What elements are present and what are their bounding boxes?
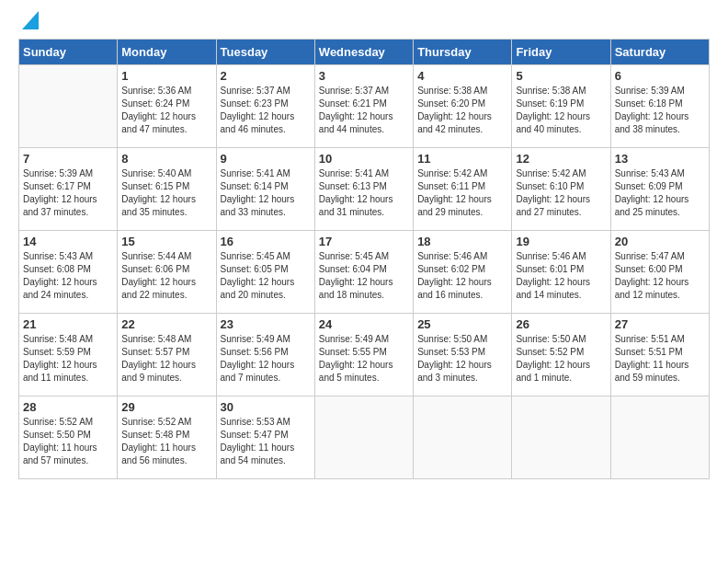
day-of-week-header: Monday xyxy=(118,40,216,65)
day-number: 10 xyxy=(319,152,409,166)
cell-info: Sunrise: 5:45 AM Sunset: 6:04 PM Dayligh… xyxy=(319,250,409,302)
day-number: 16 xyxy=(221,235,311,248)
calendar-cell: 18Sunrise: 5:46 AM Sunset: 6:02 PM Dayli… xyxy=(414,231,512,314)
calendar-cell: 5Sunrise: 5:38 AM Sunset: 6:19 PM Daylig… xyxy=(512,65,610,148)
cell-info: Sunrise: 5:46 AM Sunset: 6:01 PM Dayligh… xyxy=(516,250,606,302)
day-number: 18 xyxy=(417,235,507,248)
day-number: 4 xyxy=(417,69,507,83)
cell-info: Sunrise: 5:49 AM Sunset: 5:56 PM Dayligh… xyxy=(221,333,311,385)
calendar-cell: 15Sunrise: 5:44 AM Sunset: 6:06 PM Dayli… xyxy=(118,231,216,314)
calendar-cell: 9Sunrise: 5:41 AM Sunset: 6:14 PM Daylig… xyxy=(216,148,314,231)
cell-info: Sunrise: 5:39 AM Sunset: 6:18 PM Dayligh… xyxy=(615,85,705,136)
day-number: 2 xyxy=(221,69,311,83)
cell-info: Sunrise: 5:38 AM Sunset: 6:19 PM Dayligh… xyxy=(516,85,606,136)
calendar-cell: 17Sunrise: 5:45 AM Sunset: 6:04 PM Dayli… xyxy=(314,231,413,314)
day-of-week-header: Thursday xyxy=(414,40,512,65)
day-number: 25 xyxy=(417,317,507,331)
calendar-cell: 3Sunrise: 5:37 AM Sunset: 6:21 PM Daylig… xyxy=(314,65,413,148)
cell-info: Sunrise: 5:40 AM Sunset: 6:15 PM Dayligh… xyxy=(121,167,211,219)
day-number: 1 xyxy=(121,69,211,83)
day-number: 3 xyxy=(319,69,409,83)
day-number: 28 xyxy=(23,400,113,414)
day-number: 12 xyxy=(516,152,606,166)
day-of-week-header: Friday xyxy=(512,40,610,65)
day-number: 19 xyxy=(516,235,606,248)
day-number: 11 xyxy=(417,152,507,166)
calendar-cell xyxy=(414,396,512,479)
day-of-week-header: Sunday xyxy=(19,40,118,65)
header xyxy=(18,18,710,29)
cell-info: Sunrise: 5:37 AM Sunset: 6:21 PM Dayligh… xyxy=(319,85,409,136)
day-number: 5 xyxy=(516,69,606,83)
cell-info: Sunrise: 5:46 AM Sunset: 6:02 PM Dayligh… xyxy=(417,250,507,302)
calendar-cell: 22Sunrise: 5:48 AM Sunset: 5:57 PM Dayli… xyxy=(118,314,216,396)
calendar-cell: 13Sunrise: 5:43 AM Sunset: 6:09 PM Dayli… xyxy=(610,148,709,231)
calendar-cell: 26Sunrise: 5:50 AM Sunset: 5:52 PM Dayli… xyxy=(512,314,610,396)
cell-info: Sunrise: 5:52 AM Sunset: 5:50 PM Dayligh… xyxy=(23,416,113,467)
calendar-cell: 1Sunrise: 5:36 AM Sunset: 6:24 PM Daylig… xyxy=(118,65,216,148)
calendar-week-row: 1Sunrise: 5:36 AM Sunset: 6:24 PM Daylig… xyxy=(19,65,710,148)
cell-info: Sunrise: 5:51 AM Sunset: 5:51 PM Dayligh… xyxy=(615,333,705,385)
cell-info: Sunrise: 5:36 AM Sunset: 6:24 PM Dayligh… xyxy=(121,85,211,136)
day-number: 7 xyxy=(23,152,113,166)
day-number: 22 xyxy=(121,317,211,331)
calendar-cell xyxy=(610,396,709,479)
day-number: 14 xyxy=(23,235,113,248)
cell-info: Sunrise: 5:44 AM Sunset: 6:06 PM Dayligh… xyxy=(121,250,211,302)
calendar-header-row: SundayMondayTuesdayWednesdayThursdayFrid… xyxy=(19,40,710,65)
cell-info: Sunrise: 5:48 AM Sunset: 5:57 PM Dayligh… xyxy=(121,333,211,385)
cell-info: Sunrise: 5:50 AM Sunset: 5:52 PM Dayligh… xyxy=(516,333,606,385)
cell-info: Sunrise: 5:38 AM Sunset: 6:20 PM Dayligh… xyxy=(417,85,507,136)
calendar-week-row: 21Sunrise: 5:48 AM Sunset: 5:59 PM Dayli… xyxy=(19,314,710,396)
calendar-cell: 23Sunrise: 5:49 AM Sunset: 5:56 PM Dayli… xyxy=(216,314,314,396)
calendar-cell: 20Sunrise: 5:47 AM Sunset: 6:00 PM Dayli… xyxy=(610,231,709,314)
day-number: 24 xyxy=(319,317,409,331)
cell-info: Sunrise: 5:43 AM Sunset: 6:08 PM Dayligh… xyxy=(23,250,113,302)
calendar-cell: 29Sunrise: 5:52 AM Sunset: 5:48 PM Dayli… xyxy=(118,396,216,479)
logo-triangle-icon xyxy=(22,11,39,29)
day-number: 17 xyxy=(319,235,409,248)
calendar-week-row: 7Sunrise: 5:39 AM Sunset: 6:17 PM Daylig… xyxy=(19,148,710,231)
calendar-cell: 2Sunrise: 5:37 AM Sunset: 6:23 PM Daylig… xyxy=(216,65,314,148)
cell-info: Sunrise: 5:53 AM Sunset: 5:47 PM Dayligh… xyxy=(221,416,311,467)
day-number: 9 xyxy=(221,152,311,166)
cell-info: Sunrise: 5:52 AM Sunset: 5:48 PM Dayligh… xyxy=(121,416,211,467)
cell-info: Sunrise: 5:47 AM Sunset: 6:00 PM Dayligh… xyxy=(615,250,705,302)
cell-info: Sunrise: 5:48 AM Sunset: 5:59 PM Dayligh… xyxy=(23,333,113,385)
day-number: 20 xyxy=(615,235,705,248)
cell-info: Sunrise: 5:45 AM Sunset: 6:05 PM Dayligh… xyxy=(221,250,311,302)
day-number: 8 xyxy=(121,152,211,166)
calendar-cell: 25Sunrise: 5:50 AM Sunset: 5:53 PM Dayli… xyxy=(414,314,512,396)
calendar-cell: 8Sunrise: 5:40 AM Sunset: 6:15 PM Daylig… xyxy=(118,148,216,231)
calendar-cell: 30Sunrise: 5:53 AM Sunset: 5:47 PM Dayli… xyxy=(216,396,314,479)
calendar-cell: 24Sunrise: 5:49 AM Sunset: 5:55 PM Dayli… xyxy=(314,314,413,396)
calendar-cell: 7Sunrise: 5:39 AM Sunset: 6:17 PM Daylig… xyxy=(19,148,118,231)
logo xyxy=(18,18,39,29)
day-number: 26 xyxy=(516,317,606,331)
calendar-cell: 19Sunrise: 5:46 AM Sunset: 6:01 PM Dayli… xyxy=(512,231,610,314)
day-number: 13 xyxy=(615,152,705,166)
calendar-cell: 4Sunrise: 5:38 AM Sunset: 6:20 PM Daylig… xyxy=(414,65,512,148)
day-number: 30 xyxy=(221,400,311,414)
day-number: 23 xyxy=(221,317,311,331)
calendar-week-row: 14Sunrise: 5:43 AM Sunset: 6:08 PM Dayli… xyxy=(19,231,710,314)
calendar-cell: 12Sunrise: 5:42 AM Sunset: 6:10 PM Dayli… xyxy=(512,148,610,231)
calendar-cell: 6Sunrise: 5:39 AM Sunset: 6:18 PM Daylig… xyxy=(610,65,709,148)
cell-info: Sunrise: 5:50 AM Sunset: 5:53 PM Dayligh… xyxy=(417,333,507,385)
calendar-cell: 27Sunrise: 5:51 AM Sunset: 5:51 PM Dayli… xyxy=(610,314,709,396)
day-number: 29 xyxy=(121,400,211,414)
calendar-cell: 16Sunrise: 5:45 AM Sunset: 6:05 PM Dayli… xyxy=(216,231,314,314)
day-of-week-header: Tuesday xyxy=(216,40,314,65)
cell-info: Sunrise: 5:42 AM Sunset: 6:10 PM Dayligh… xyxy=(516,167,606,219)
day-number: 15 xyxy=(121,235,211,248)
day-of-week-header: Saturday xyxy=(610,40,709,65)
calendar-cell: 10Sunrise: 5:41 AM Sunset: 6:13 PM Dayli… xyxy=(314,148,413,231)
calendar-table: SundayMondayTuesdayWednesdayThursdayFrid… xyxy=(18,39,710,479)
cell-info: Sunrise: 5:39 AM Sunset: 6:17 PM Dayligh… xyxy=(23,167,113,219)
cell-info: Sunrise: 5:43 AM Sunset: 6:09 PM Dayligh… xyxy=(615,167,705,219)
day-number: 27 xyxy=(615,317,705,331)
cell-info: Sunrise: 5:42 AM Sunset: 6:11 PM Dayligh… xyxy=(417,167,507,219)
calendar-cell xyxy=(19,65,118,148)
calendar-week-row: 28Sunrise: 5:52 AM Sunset: 5:50 PM Dayli… xyxy=(19,396,710,479)
cell-info: Sunrise: 5:41 AM Sunset: 6:14 PM Dayligh… xyxy=(221,167,311,219)
